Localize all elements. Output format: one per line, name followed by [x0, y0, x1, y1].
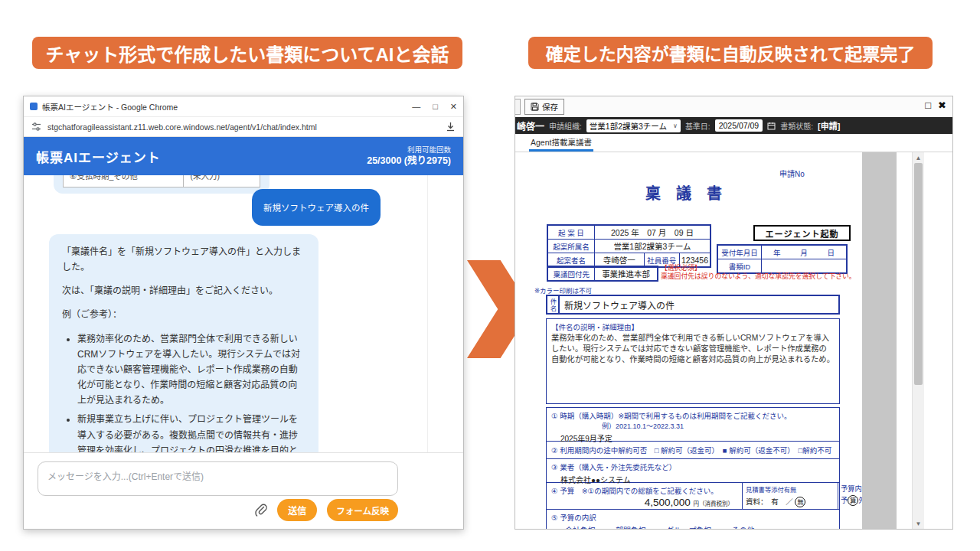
chat-app-header: 帳票AIエージェント 利用可能回数 25/3000 (残り2975): [24, 137, 463, 175]
doc-state-label: 書類状態:: [780, 120, 813, 132]
minimize-button[interactable]: —: [412, 102, 420, 111]
budget-breakdown-options: □会社負担 ■部門負担 □グループ負担 □その他（ ）: [560, 524, 835, 529]
budget-out-pre: 予: [841, 497, 848, 504]
base-date-label: 基準日:: [685, 120, 710, 132]
budget-amount: 4,500,000 円（消費税別）: [551, 497, 733, 508]
quote-attachment-value: 資料： 有 ／ 無: [746, 496, 835, 507]
org-select-value: 営業1部2課第3チーム: [590, 120, 667, 132]
field-status-value: (未入力): [184, 175, 260, 187]
section-budget: ④ 予算 ※①の期間内での総額をご記載ください。 4,500,000 円（消費税…: [547, 483, 839, 510]
ai-message-bubble: 「稟議件名」を「新規ソフトウェア導入の件」と入力しました。 次は、「稟議の説明・…: [49, 234, 318, 453]
form-sections: ① 時期（購入時期）※期間で利用するものは利用期間をご記載ください。 例）202…: [546, 407, 840, 529]
download-icon[interactable]: [446, 122, 456, 132]
scroll-down-icon[interactable]: ▼: [913, 518, 924, 529]
save-button[interactable]: 保存: [524, 99, 564, 115]
chat-app-title: 帳票AIエージェント: [36, 147, 161, 166]
scroll-up-icon[interactable]: ▲: [913, 152, 924, 163]
maximize-button[interactable]: □: [925, 99, 931, 111]
subject-value: 新規ソフトウェア導入の件: [560, 296, 838, 313]
receipt-date-label: 受付年月日: [717, 245, 762, 259]
chat-messages-area[interactable]: ⑥支払時期_その他 (未入力) 新規ソフトウェア導入の件 「稟議件名」を「新規ソ…: [24, 175, 463, 453]
page-margin-area: [862, 152, 897, 529]
banner-left: チャット形式で作成したい書類についてAIと会話: [32, 37, 462, 69]
document-title: 稟 議 書: [599, 181, 768, 204]
form-tab-bar: Agent搭載稟議書: [515, 134, 952, 152]
ai-message-clipped: ⑥支払時期_その他 (未入力): [54, 175, 270, 194]
attachment-icon[interactable]: [254, 504, 267, 517]
receipt-day: 日: [818, 247, 844, 258]
quota-value: 25/3000 (残り2975): [367, 155, 451, 167]
description-value: 業務効率化のため、営業部門全体で利用できる新しいCRMソフトウェアを導入したい。…: [551, 333, 835, 366]
floppy-icon: [531, 103, 539, 111]
send-button[interactable]: 送信: [277, 499, 317, 521]
tune-icon: [31, 122, 41, 132]
route-value: 事業推進本部: [595, 266, 658, 281]
kian-date-label: 起 案 日: [547, 225, 594, 240]
ai-paragraph: 例（ご参考）：: [62, 307, 305, 322]
form-app-window: 保存 □ ✖ 崎啓一 申請組織: 営業1部2課第3チーム ∨ 基準日: 2025…: [514, 96, 953, 530]
message-input[interactable]: [38, 461, 398, 496]
subject-field[interactable]: 件名 新規ソフトウェア導入の件: [546, 295, 840, 315]
save-button-label: 保存: [542, 101, 558, 112]
table-row: 起案所属名 営業1部2課第3チーム: [547, 240, 710, 253]
tab-agent-ringi[interactable]: Agent搭載稟議書: [529, 134, 593, 152]
budget-amount-value: 4,500,000: [645, 497, 691, 508]
kian-date-value: 2025 年 07 月 09 日: [594, 225, 710, 240]
quote-circled-no: 無: [795, 497, 805, 507]
section-cancellation: ② 利用期間内の途中解約可否 □ 解約可（返金可） ■ 解約可（返金不可） □解…: [547, 442, 839, 459]
section-timing-example: 例）2021.10.1～2022.3.31: [602, 421, 835, 431]
user-message-bubble: 新規ソフトウェア導入の件: [252, 189, 381, 226]
address-bar[interactable]: stgchatforagileassistant.z11.web.core.wi…: [24, 117, 463, 137]
ai-example-item: 業務効率化のため、営業部門全体で利用できる新しいCRMソフトウェアを導入したい。…: [77, 331, 305, 409]
form-toolbar: 保存 □ ✖: [515, 96, 952, 117]
budget-breakdown-label: ⑤ 予算の内訳: [551, 512, 835, 523]
table-row: 受付年月日 年 月 日: [717, 245, 847, 259]
drafter-info-table: 起 案 日 2025 年 07 月 09 日 起案所属名 営業1部2課第3チーム…: [547, 224, 711, 268]
route-label: 稟議回付先: [547, 266, 595, 281]
document-viewport: 申請No 稟 議 書 起 案 日 2025 年 07 月 09 日 起案所属名 …: [515, 152, 952, 529]
org-select[interactable]: 営業1部2課第3チーム ∨: [586, 119, 681, 132]
document-scrollbar[interactable]: ▲ ▼: [912, 152, 924, 529]
dept-value: 営業1部2課第3チーム: [594, 240, 710, 253]
document-page: 申請No 稟 議 書 起 案 日 2025 年 07 月 09 日 起案所属名 …: [515, 152, 862, 529]
subject-label: 件名: [547, 296, 560, 313]
chat-actions: 送信 フォーム反映: [254, 499, 398, 521]
note-body: 稟議回付先は誤りのないよう、適切な承認先を選択して下さい。: [661, 272, 856, 281]
close-button[interactable]: ✖: [938, 99, 946, 111]
section-timing-label: ① 時期（購入時期）※期間で利用するものは利用期間をご記載ください。: [551, 410, 835, 421]
form-reflect-button[interactable]: フォーム反映: [327, 499, 398, 521]
description-label: 【件名の説明・詳細理由】: [551, 321, 835, 332]
section-budget-breakdown: ⑤ 予算の内訳 □会社負担 ■部門負担 □グループ負担 □その他（ ）: [547, 510, 839, 529]
maximize-button[interactable]: □: [433, 102, 438, 111]
field-status-label: ⑥支払時期_その他: [64, 175, 184, 187]
close-button[interactable]: ✕: [450, 102, 457, 112]
agent-launch-button[interactable]: エージェント起動: [753, 225, 851, 241]
table-row: 起 案 日 2025 年 07 月 09 日: [547, 225, 710, 240]
url-text: stgchatforagileassistant.z11.web.core.wi…: [47, 122, 439, 132]
toolbar-button-fragment[interactable]: [515, 99, 521, 115]
table-row: 稟議回付先 事業推進本部: [547, 266, 658, 281]
quota-label: 利用可能回数: [367, 145, 451, 155]
section-vendor-label: ③ 業者（購入先・外注先委託先など）: [551, 461, 835, 472]
note-title: 【選択必須】: [661, 264, 856, 272]
ai-paragraph: 「稟議件名」を「新規ソフトウェア導入の件」と入力しました。: [62, 244, 305, 275]
section-timing: ① 時期（購入時期）※期間で利用するものは利用期間をご記載ください。 例）202…: [547, 408, 839, 442]
description-field[interactable]: 【件名の説明・詳細理由】 業務効率化のため、営業部門全体で利用できる新しいCRM…: [546, 318, 840, 404]
chat-input-zone: 送信 フォーム反映: [24, 453, 463, 530]
budget-amount-unit: 円（消費税別）: [694, 500, 734, 507]
quota-info: 利用可能回数 25/3000 (残り2975): [367, 145, 451, 168]
applicant-name: 崎啓一: [517, 119, 544, 132]
form-window-controls: □ ✖: [925, 99, 946, 111]
org-label: 申請組織:: [549, 120, 582, 132]
calendar-icon[interactable]: [767, 122, 776, 130]
base-date-input[interactable]: 2025/07/09: [715, 119, 763, 132]
section-budget-label: ④ 予算 ※①の期間内での総額をご記載ください。: [551, 485, 741, 496]
quote-attachment-label: 見積書等添付有無: [746, 484, 835, 494]
receipt-month: 月: [790, 247, 817, 258]
scrollbar-thumb[interactable]: [914, 163, 923, 385]
field-status-row: ⑥支払時期_その他 (未入力): [63, 175, 260, 187]
favicon-icon: [30, 103, 38, 110]
chevron-down-icon: ∨: [673, 122, 678, 129]
budget-out-circled: 算: [848, 495, 858, 506]
receipt-date-value: 年 月 日: [762, 245, 848, 259]
